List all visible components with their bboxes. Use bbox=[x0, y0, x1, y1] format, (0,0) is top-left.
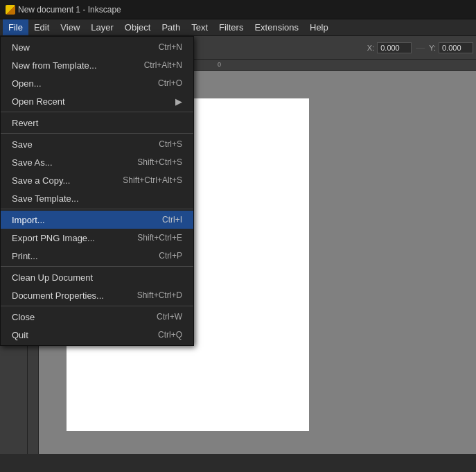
menu-layer[interactable]: Layer bbox=[85, 19, 119, 35]
menu-item-doc-props[interactable]: Document Properties... Shift+Ctrl+D bbox=[1, 286, 193, 304]
menu-item-doc-props-label: Document Properties... bbox=[12, 290, 104, 301]
separator-1 bbox=[1, 112, 193, 112]
menu-item-export-png-label: Export PNG Image... bbox=[12, 233, 95, 243]
menu-item-revert[interactable]: Revert bbox=[1, 114, 193, 132]
file-menu-dropdown: New Ctrl+N New from Template... Ctrl+Alt… bbox=[0, 36, 194, 346]
separator-2 bbox=[1, 133, 193, 134]
x-coord-label: X: bbox=[367, 44, 374, 52]
menu-file[interactable]: File bbox=[3, 19, 28, 35]
window-title: New document 1 - Inkscape bbox=[18, 5, 121, 15]
menu-item-save-label: Save bbox=[12, 139, 33, 150]
y-coord-label: Y: bbox=[429, 44, 436, 52]
menu-item-print-label: Print... bbox=[12, 251, 38, 261]
menu-item-new-template-shortcut: Ctrl+Alt+N bbox=[144, 60, 182, 70]
menu-item-export-png[interactable]: Export PNG Image... Shift+Ctrl+E bbox=[1, 229, 193, 247]
menu-item-quit-shortcut: Ctrl+Q bbox=[158, 330, 182, 340]
menu-item-save-copy-shortcut: Shift+Ctrl+Alt+S bbox=[123, 175, 182, 185]
title-bar: New document 1 - Inkscape bbox=[0, 0, 476, 19]
menu-item-new-template[interactable]: New from Template... Ctrl+Alt+N bbox=[1, 56, 193, 74]
menu-item-save-as-label: Save As... bbox=[12, 157, 53, 168]
x-coord-value: 0.000 bbox=[377, 42, 412, 53]
menu-item-print-shortcut: Ctrl+P bbox=[159, 251, 182, 261]
menu-item-quit-label: Quit bbox=[12, 330, 28, 340]
menu-item-save-copy-label: Save a Copy... bbox=[12, 175, 70, 186]
submenu-arrow: ▶ bbox=[175, 96, 182, 107]
menu-item-save-as-shortcut: Shift+Ctrl+S bbox=[137, 157, 182, 167]
menu-help[interactable]: Help bbox=[304, 19, 334, 35]
menu-item-print[interactable]: Print... Ctrl+P bbox=[1, 247, 193, 265]
menu-item-export-png-shortcut: Shift+Ctrl+E bbox=[137, 233, 182, 243]
menu-item-open-shortcut: Ctrl+O bbox=[158, 78, 182, 88]
menu-item-new-template-label: New from Template... bbox=[12, 60, 97, 71]
menu-item-save-copy[interactable]: Save a Copy... Shift+Ctrl+Alt+S bbox=[1, 171, 193, 189]
menu-item-open-label: Open... bbox=[12, 78, 42, 89]
menu-item-import-shortcut: Ctrl+I bbox=[162, 215, 182, 225]
menu-item-close[interactable]: Close Ctrl+W bbox=[1, 308, 193, 326]
menu-item-doc-props-shortcut: Shift+Ctrl+D bbox=[137, 290, 182, 300]
dropdown-menu-list: New Ctrl+N New from Template... Ctrl+Alt… bbox=[0, 36, 194, 346]
menu-item-close-shortcut: Ctrl+W bbox=[157, 312, 182, 322]
separator-3 bbox=[1, 209, 193, 209]
menu-item-revert-label: Revert bbox=[12, 118, 38, 128]
menu-item-save-as[interactable]: Save As... Shift+Ctrl+S bbox=[1, 153, 193, 171]
menu-item-open-recent-label: Open Recent bbox=[12, 96, 65, 107]
menu-item-save-shortcut: Ctrl+S bbox=[159, 139, 182, 149]
menu-item-new-label: New bbox=[12, 42, 30, 53]
separator-4 bbox=[1, 266, 193, 267]
separator-5 bbox=[1, 306, 193, 306]
menu-item-open[interactable]: Open... Ctrl+O bbox=[1, 74, 193, 92]
menu-item-save[interactable]: Save Ctrl+S bbox=[1, 135, 193, 153]
menu-item-import-label: Import... bbox=[12, 215, 45, 225]
menu-item-save-template[interactable]: Save Template... bbox=[1, 189, 193, 207]
menu-item-quit[interactable]: Quit Ctrl+Q bbox=[1, 326, 193, 344]
menu-item-import[interactable]: Import... Ctrl+I bbox=[1, 211, 193, 229]
menu-path[interactable]: Path bbox=[156, 19, 186, 35]
menu-item-new[interactable]: New Ctrl+N bbox=[1, 38, 193, 56]
menu-object[interactable]: Object bbox=[119, 19, 157, 35]
menu-item-open-recent[interactable]: Open Recent ▶ bbox=[1, 92, 193, 110]
menu-item-save-template-label: Save Template... bbox=[12, 193, 79, 204]
app-icon bbox=[6, 5, 15, 15]
y-coord-value: 0.000 bbox=[439, 42, 473, 53]
menu-item-new-shortcut: Ctrl+N bbox=[159, 42, 182, 52]
menu-edit[interactable]: Edit bbox=[28, 19, 55, 35]
menu-item-cleanup[interactable]: Clean Up Document bbox=[1, 268, 193, 286]
menu-item-close-label: Close bbox=[12, 312, 35, 322]
menu-text[interactable]: Text bbox=[186, 19, 213, 35]
menu-view[interactable]: View bbox=[55, 19, 85, 35]
menu-extensions[interactable]: Extensions bbox=[249, 19, 304, 35]
menu-item-cleanup-label: Clean Up Document bbox=[12, 272, 93, 283]
ruler-label-0: 0 bbox=[218, 61, 221, 68]
menu-bar: File Edit View Layer Object Path Text Fi… bbox=[0, 19, 476, 36]
menu-filters[interactable]: Filters bbox=[213, 19, 249, 35]
